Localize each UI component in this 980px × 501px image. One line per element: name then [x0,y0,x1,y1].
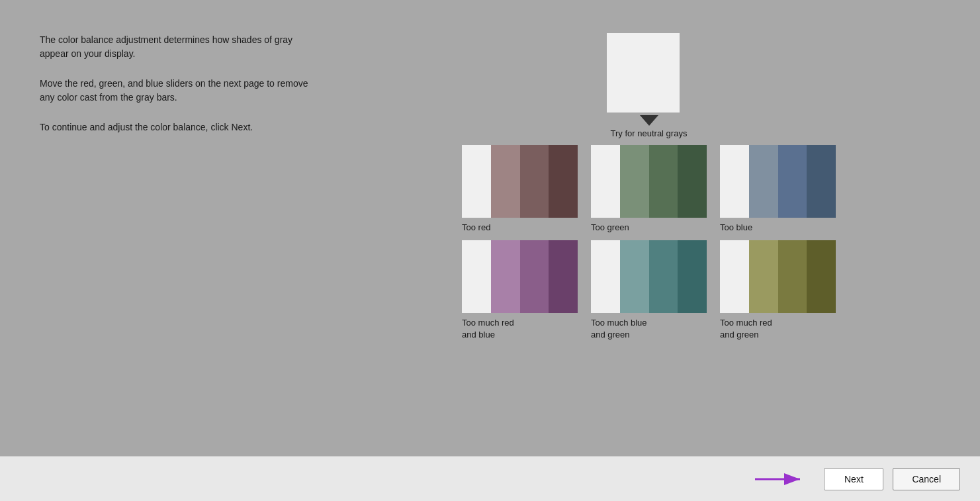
too-green-swatches [591,145,707,218]
too-red-swatches [462,145,578,218]
swatch [549,145,578,218]
too-red-label: Too red [462,222,578,234]
footer-bar: Next Cancel [0,456,980,501]
description-1: The color balance adjustment determines … [40,33,318,61]
right-panel: Try for neutral grays Too red [357,26,940,436]
sample-too-blue: Too blue [720,145,836,234]
swatch [678,145,707,218]
purple-arrow-icon [755,469,808,489]
sample-too-much-blue-green: Too much blueand green [591,240,707,341]
sample-too-much-red-green: Too much redand green [720,240,836,341]
swatch [720,240,749,313]
main-content: The color balance adjustment determines … [0,0,980,456]
swatch [678,240,707,313]
swatch [549,240,578,313]
swatch [520,145,549,218]
swatch [778,240,807,313]
swatch [491,145,520,218]
reference-white-block [607,33,680,113]
top-ref-row [607,33,691,113]
arrow-down-icon [640,115,658,126]
too-blue-swatches [720,145,836,218]
left-panel: The color balance adjustment determines … [40,26,318,436]
description-2: Move the red, green, and blue sliders on… [40,77,318,105]
swatch [649,240,678,313]
swatch [462,145,491,218]
swatch [591,145,620,218]
swatch [749,240,778,313]
swatch [749,145,778,218]
swatch [620,240,649,313]
swatch [778,145,807,218]
cancel-button[interactable]: Cancel [893,468,960,490]
too-much-red-green-swatches [720,240,836,313]
description-3: To continue and adjust the color balance… [40,120,318,134]
next-arrow-pointer [755,469,808,489]
sample-too-much-red-blue: Too much redand blue [462,240,578,341]
too-much-red-blue-label: Too much redand blue [462,317,578,341]
arrow-area: Try for neutral grays [611,115,688,138]
too-much-blue-green-swatches [591,240,707,313]
swatch [620,145,649,218]
swatch [462,240,491,313]
swatch [807,145,836,218]
neutral-grays-label: Try for neutral grays [611,128,688,138]
next-button[interactable]: Next [824,468,883,490]
top-reference-section: Try for neutral grays [357,33,940,140]
too-blue-label: Too blue [720,222,836,234]
swatch [720,145,749,218]
sample-row-1: Too red Too green Too blue [462,145,836,234]
swatch [520,240,549,313]
swatch [491,240,520,313]
too-much-blue-green-label: Too much blueand green [591,317,707,341]
sample-row-2: Too much redand blue Too much blueand gr… [462,240,836,341]
sample-too-green: Too green [591,145,707,234]
swatch [649,145,678,218]
too-much-red-green-label: Too much redand green [720,317,836,341]
too-much-red-blue-swatches [462,240,578,313]
swatch [807,240,836,313]
swatch [591,240,620,313]
too-green-label: Too green [591,222,707,234]
sample-too-red: Too red [462,145,578,234]
